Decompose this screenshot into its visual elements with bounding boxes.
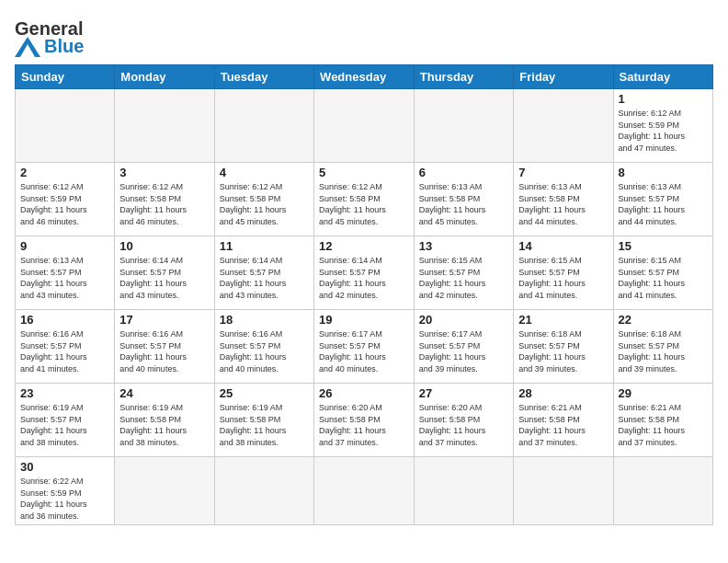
calendar-cell (214, 89, 313, 163)
calendar-cell: 24Sunrise: 6:19 AM Sunset: 5:58 PM Dayli… (115, 384, 214, 457)
calendar-cell: 2Sunrise: 6:12 AM Sunset: 5:59 PM Daylig… (16, 163, 115, 236)
calendar-week-3: 9Sunrise: 6:13 AM Sunset: 5:57 PM Daylig… (16, 236, 713, 310)
logo-blue: Blue (44, 36, 84, 57)
logo: General Blue (15, 15, 84, 57)
calendar-header-saturday: Saturday (613, 65, 713, 89)
day-info: Sunrise: 6:14 AM Sunset: 5:57 PM Dayligh… (119, 255, 209, 301)
calendar: SundayMondayTuesdayWednesdayThursdayFrid… (15, 64, 713, 525)
page: General Blue SundayMondayTues (0, 0, 728, 563)
day-number: 22 (619, 313, 709, 327)
day-number: 5 (319, 166, 409, 179)
day-info: Sunrise: 6:13 AM Sunset: 5:58 PM Dayligh… (518, 181, 608, 227)
calendar-cell: 5Sunrise: 6:12 AM Sunset: 5:58 PM Daylig… (314, 163, 415, 236)
calendar-cell: 7Sunrise: 6:13 AM Sunset: 5:58 PM Daylig… (514, 163, 613, 236)
calendar-cell: 10Sunrise: 6:14 AM Sunset: 5:57 PM Dayli… (115, 236, 214, 310)
calendar-cell: 26Sunrise: 6:20 AM Sunset: 5:58 PM Dayli… (314, 384, 415, 457)
day-number: 27 (419, 386, 508, 400)
day-number: 4 (220, 166, 309, 179)
calendar-cell: 17Sunrise: 6:16 AM Sunset: 5:57 PM Dayli… (115, 310, 214, 384)
day-number: 23 (20, 386, 109, 400)
calendar-cell: 25Sunrise: 6:19 AM Sunset: 5:58 PM Dayli… (214, 384, 313, 457)
calendar-cell (115, 89, 214, 163)
day-number: 21 (518, 313, 608, 327)
day-info: Sunrise: 6:12 AM Sunset: 5:58 PM Dayligh… (220, 181, 309, 227)
calendar-cell: 9Sunrise: 6:13 AM Sunset: 5:57 PM Daylig… (16, 236, 115, 310)
day-number: 28 (518, 386, 608, 400)
day-info: Sunrise: 6:21 AM Sunset: 5:58 PM Dayligh… (619, 402, 709, 448)
day-number: 19 (319, 313, 409, 327)
calendar-week-4: 16Sunrise: 6:16 AM Sunset: 5:57 PM Dayli… (16, 310, 713, 384)
calendar-cell: 11Sunrise: 6:14 AM Sunset: 5:57 PM Dayli… (214, 236, 313, 310)
calendar-cell: 8Sunrise: 6:13 AM Sunset: 5:57 PM Daylig… (613, 163, 713, 236)
day-info: Sunrise: 6:20 AM Sunset: 5:58 PM Dayligh… (419, 402, 508, 448)
calendar-cell: 6Sunrise: 6:13 AM Sunset: 5:58 PM Daylig… (414, 163, 513, 236)
calendar-cell (514, 89, 613, 163)
day-info: Sunrise: 6:12 AM Sunset: 5:58 PM Dayligh… (319, 181, 409, 227)
day-number: 13 (419, 239, 508, 253)
day-info: Sunrise: 6:12 AM Sunset: 5:59 PM Dayligh… (20, 181, 109, 227)
day-info: Sunrise: 6:19 AM Sunset: 5:58 PM Dayligh… (119, 402, 209, 448)
day-number: 3 (119, 166, 209, 179)
calendar-cell (613, 457, 713, 525)
calendar-header-friday: Friday (514, 65, 613, 89)
day-number: 20 (419, 313, 508, 327)
day-info: Sunrise: 6:20 AM Sunset: 5:58 PM Dayligh… (319, 402, 409, 448)
day-number: 24 (119, 386, 209, 400)
day-info: Sunrise: 6:18 AM Sunset: 5:57 PM Dayligh… (518, 328, 608, 374)
day-number: 11 (220, 239, 309, 253)
calendar-cell (314, 89, 415, 163)
calendar-cell: 29Sunrise: 6:21 AM Sunset: 5:58 PM Dayli… (613, 384, 713, 457)
day-number: 18 (220, 313, 309, 327)
calendar-cell (16, 89, 115, 163)
day-number: 7 (518, 166, 608, 179)
calendar-cell: 4Sunrise: 6:12 AM Sunset: 5:58 PM Daylig… (214, 163, 313, 236)
day-number: 2 (20, 166, 109, 179)
calendar-header-row: SundayMondayTuesdayWednesdayThursdayFrid… (16, 65, 713, 89)
calendar-cell (314, 457, 415, 525)
calendar-cell (514, 457, 613, 525)
day-info: Sunrise: 6:17 AM Sunset: 5:57 PM Dayligh… (319, 328, 409, 374)
calendar-cell: 23Sunrise: 6:19 AM Sunset: 5:57 PM Dayli… (16, 384, 115, 457)
calendar-cell: 21Sunrise: 6:18 AM Sunset: 5:57 PM Dayli… (514, 310, 613, 384)
day-number: 15 (619, 239, 709, 253)
day-info: Sunrise: 6:19 AM Sunset: 5:57 PM Dayligh… (20, 402, 109, 448)
day-info: Sunrise: 6:16 AM Sunset: 5:57 PM Dayligh… (220, 328, 309, 374)
day-number: 17 (119, 313, 209, 327)
day-number: 1 (619, 92, 709, 106)
logo-icon: General Blue (15, 18, 84, 57)
calendar-cell (115, 457, 214, 525)
day-number: 14 (518, 239, 608, 253)
day-number: 26 (319, 386, 409, 400)
header: General Blue (15, 15, 713, 57)
day-info: Sunrise: 6:15 AM Sunset: 5:57 PM Dayligh… (419, 255, 508, 301)
calendar-cell: 18Sunrise: 6:16 AM Sunset: 5:57 PM Dayli… (214, 310, 313, 384)
day-number: 9 (20, 239, 109, 253)
calendar-header-monday: Monday (115, 65, 214, 89)
day-info: Sunrise: 6:18 AM Sunset: 5:57 PM Dayligh… (619, 328, 709, 374)
day-info: Sunrise: 6:13 AM Sunset: 5:57 PM Dayligh… (20, 255, 109, 301)
day-info: Sunrise: 6:17 AM Sunset: 5:57 PM Dayligh… (419, 328, 508, 374)
calendar-cell: 27Sunrise: 6:20 AM Sunset: 5:58 PM Dayli… (414, 384, 513, 457)
calendar-week-5: 23Sunrise: 6:19 AM Sunset: 5:57 PM Dayli… (16, 384, 713, 457)
day-info: Sunrise: 6:16 AM Sunset: 5:57 PM Dayligh… (119, 328, 209, 374)
calendar-cell: 19Sunrise: 6:17 AM Sunset: 5:57 PM Dayli… (314, 310, 415, 384)
calendar-cell: 15Sunrise: 6:15 AM Sunset: 5:57 PM Dayli… (613, 236, 713, 310)
calendar-cell: 28Sunrise: 6:21 AM Sunset: 5:58 PM Dayli… (514, 384, 613, 457)
day-info: Sunrise: 6:14 AM Sunset: 5:57 PM Dayligh… (220, 255, 309, 301)
calendar-cell: 16Sunrise: 6:16 AM Sunset: 5:57 PM Dayli… (16, 310, 115, 384)
calendar-cell: 13Sunrise: 6:15 AM Sunset: 5:57 PM Dayli… (414, 236, 513, 310)
calendar-week-6: 30Sunrise: 6:22 AM Sunset: 5:59 PM Dayli… (16, 457, 713, 525)
calendar-cell (414, 457, 513, 525)
day-info: Sunrise: 6:13 AM Sunset: 5:57 PM Dayligh… (619, 181, 709, 227)
calendar-cell: 14Sunrise: 6:15 AM Sunset: 5:57 PM Dayli… (514, 236, 613, 310)
day-number: 8 (619, 166, 709, 179)
calendar-cell: 3Sunrise: 6:12 AM Sunset: 5:58 PM Daylig… (115, 163, 214, 236)
day-number: 29 (619, 386, 709, 400)
day-number: 6 (419, 166, 508, 179)
calendar-header-tuesday: Tuesday (214, 65, 313, 89)
day-info: Sunrise: 6:12 AM Sunset: 5:58 PM Dayligh… (119, 181, 209, 227)
calendar-week-1: 1Sunrise: 6:12 AM Sunset: 5:59 PM Daylig… (16, 89, 713, 163)
calendar-header-wednesday: Wednesday (314, 65, 415, 89)
day-info: Sunrise: 6:13 AM Sunset: 5:58 PM Dayligh… (419, 181, 508, 227)
day-number: 10 (119, 239, 209, 253)
